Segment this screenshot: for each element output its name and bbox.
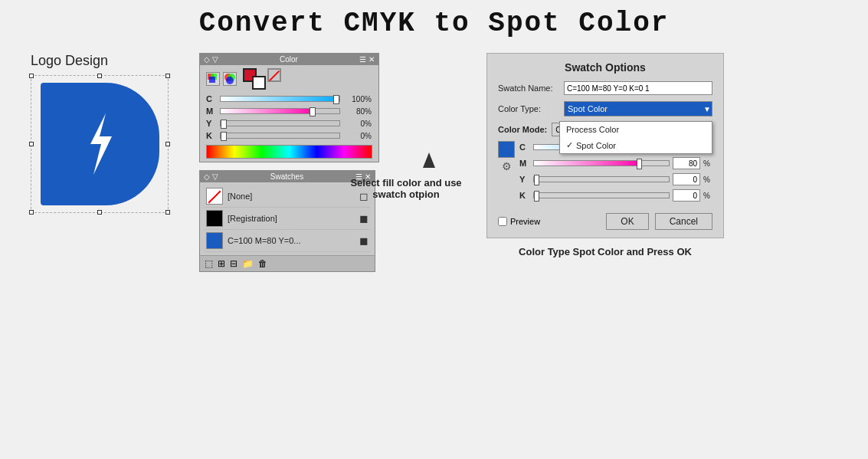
handle-mr	[165, 142, 170, 146]
y-slider-thumb[interactable]	[221, 120, 227, 129]
color-preview-column: ⚙	[498, 141, 515, 172]
swatch-color-preview	[498, 141, 515, 158]
c-slider-track[interactable]	[220, 96, 340, 102]
y-value: 0	[343, 120, 365, 128]
handle-br	[165, 210, 170, 215]
fg-bg-box	[243, 68, 266, 90]
color-panel: ◇ ▽ Color ☰ ✕	[199, 53, 379, 162]
y-label: Y	[206, 119, 217, 128]
swatch-none-color	[206, 188, 223, 205]
lightning-bolt-icon	[77, 113, 123, 175]
dialog-k-thumb[interactable]	[534, 191, 539, 202]
swatches-arrows: ◇ ▽	[204, 172, 218, 181]
gear-icon[interactable]: ⚙	[502, 160, 512, 172]
panels-and-arrow: ◇ ▽ Color ☰ ✕	[199, 53, 471, 272]
k-slider-thumb[interactable]	[221, 132, 227, 141]
arrow-caption: Select fill color and use swatch otpion	[341, 177, 471, 200]
sw-icon3[interactable]: ⊟	[230, 258, 237, 269]
sw-icon5[interactable]: 🗑	[258, 258, 267, 269]
cancel-button[interactable]: Cancel	[655, 213, 712, 230]
svg-point-6	[226, 77, 234, 84]
preview-checkbox-input[interactable]	[498, 217, 507, 226]
dialog-m-fill	[534, 161, 642, 166]
c-value: 100	[343, 95, 365, 103]
sw-icon2[interactable]: ⊞	[218, 258, 225, 269]
bottom-caption: Color Type Spot Color and Press OK	[519, 246, 692, 257]
dialog-footer: Preview OK Cancel	[498, 213, 712, 230]
color-panel-menu[interactable]: ☰ ✕	[359, 55, 375, 64]
arrow-up-icon	[423, 152, 435, 168]
preview-label: Preview	[510, 217, 540, 226]
color-mode-label: Color Mode:	[498, 125, 547, 134]
panel-icons-row	[206, 68, 372, 90]
swatch-blue-color	[206, 232, 223, 249]
logo-label: Logo Design	[31, 53, 108, 69]
swatch-reg-row[interactable]: [Registration] ◼	[205, 208, 370, 230]
dialog-y-label: Y	[519, 175, 530, 184]
dialog-k-label: K	[519, 191, 530, 200]
sw-icon1[interactable]: ⬚	[205, 258, 213, 269]
sw-icon4[interactable]: 📁	[242, 258, 254, 269]
swatch-name-input[interactable]	[564, 81, 712, 95]
y-slider-track[interactable]	[220, 120, 340, 126]
dialog-m-thumb[interactable]	[637, 159, 642, 169]
color-panel-title: Color	[280, 55, 298, 64]
dialog-y-thumb[interactable]	[534, 175, 539, 185]
fg-bg-icons	[243, 68, 281, 90]
page-container: Convert CMYK to Spot Color Logo Design	[0, 0, 868, 459]
svg-marker-0	[90, 113, 112, 175]
color-panel-arrows: ◇ ▽	[204, 55, 218, 64]
cmyk-icon[interactable]	[206, 72, 220, 86]
k-percent: %	[365, 132, 372, 140]
c-percent: %	[365, 95, 372, 103]
swatch-blue-label: C=100 M=80 Y=0...	[228, 236, 355, 245]
dialog-k-input[interactable]	[673, 189, 700, 202]
none-icon	[267, 68, 281, 82]
k-row: K 0 %	[206, 131, 372, 140]
m-percent: %	[365, 107, 372, 116]
swatches-toolbar: ⬚ ⊞ ⊟ 📁 🗑	[200, 255, 375, 271]
k-slider-track[interactable]	[220, 133, 340, 139]
dialog-m-track[interactable]	[533, 160, 670, 166]
color-spectrum[interactable]	[206, 145, 372, 159]
logo-box	[31, 75, 169, 213]
ok-button[interactable]: OK	[606, 213, 648, 230]
c-slider-thumb[interactable]	[333, 95, 339, 104]
m-slider-fill	[221, 109, 316, 113]
m-value: 80	[343, 107, 365, 116]
dropdown-spot-color[interactable]: ✓ Spot Color	[560, 137, 712, 153]
svg-rect-3	[209, 77, 215, 83]
m-row: M 80 %	[206, 107, 372, 116]
swatch-reg-label: [Registration]	[228, 214, 355, 223]
dialog-y-track[interactable]	[533, 176, 670, 182]
handle-tl	[29, 74, 34, 78]
y-row: Y 0 %	[206, 119, 372, 128]
dialog-m-pct: %	[703, 159, 712, 168]
swatch-blue-row[interactable]: C=100 M=80 Y=0... ◼	[205, 230, 370, 252]
k-label: K	[206, 131, 217, 140]
handle-tm	[97, 74, 102, 78]
dialog-y-pct: %	[703, 175, 712, 184]
checkmark-icon: ✓	[566, 140, 573, 150]
panels-wrapper: ◇ ▽ Color ☰ ✕	[199, 53, 379, 272]
k-value: 0	[343, 132, 365, 140]
m-slider-thumb[interactable]	[310, 107, 316, 116]
dialog-y-input[interactable]	[673, 173, 700, 185]
dialog-y-row: Y %	[519, 173, 712, 185]
rgb-icon[interactable]	[223, 72, 237, 86]
m-slider-track[interactable]	[220, 108, 340, 114]
dialog-m-row: M %	[519, 157, 712, 169]
bg-box	[252, 76, 266, 90]
dropdown-spot-label: Spot Color	[576, 141, 616, 150]
logo-d-shape	[41, 83, 159, 205]
swatch-reg-color	[206, 210, 223, 227]
page-title: Convert CMYK to Spot Color	[23, 8, 845, 39]
color-type-select[interactable]: Spot Color	[564, 101, 712, 116]
handle-tr	[165, 74, 170, 78]
dialog-k-track[interactable]	[533, 192, 670, 198]
swatch-name-row: Swatch Name:	[498, 81, 712, 95]
dialog-m-input[interactable]	[673, 157, 700, 169]
dropdown-process-color[interactable]: Process Color	[560, 122, 712, 137]
c-label: C	[206, 94, 217, 103]
c-slider-fill	[221, 97, 339, 101]
